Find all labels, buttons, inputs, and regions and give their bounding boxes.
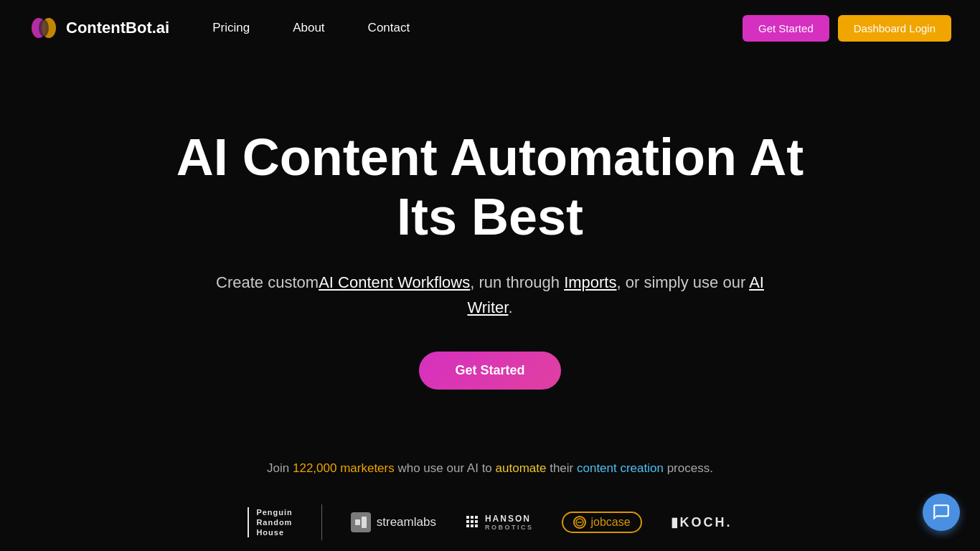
logo-divider-1: [321, 504, 322, 540]
logo[interactable]: ContentBot.ai: [29, 13, 169, 43]
nav-link-pricing[interactable]: Pricing: [212, 21, 250, 35]
navbar: ContentBot.ai Pricing About Contact Get …: [0, 0, 980, 56]
koch-text: ▮KOCH.: [671, 514, 732, 530]
svg-point-2: [39, 19, 49, 37]
jobcase-icon: [573, 516, 586, 529]
svg-rect-13: [475, 524, 478, 527]
svg-rect-9: [471, 520, 473, 523]
social-proof-plain-3: their: [546, 461, 577, 475]
logo-penguin-random-house: Penguin Random House: [248, 507, 292, 538]
streamlabs-text: streamlabs: [377, 515, 436, 529]
svg-rect-3: [355, 519, 360, 525]
logo-streamlabs: streamlabs: [351, 512, 436, 532]
social-proof-highlight-marketers: 122,000 marketers: [293, 461, 395, 475]
svg-rect-4: [362, 517, 367, 528]
hero-subtitle-plain-2: , run through: [470, 273, 564, 291]
hero-subtitle-plain-4: .: [508, 298, 512, 316]
svg-rect-6: [471, 516, 473, 519]
social-proof-plain-1: Join: [267, 461, 293, 475]
hero-section: AI Content Automation At Its Best Create…: [0, 56, 980, 433]
svg-rect-10: [475, 520, 478, 523]
logo-jobcase: jobcase: [562, 512, 641, 533]
hero-subtitle-plain-3: , or simply use our: [616, 273, 749, 291]
svg-rect-5: [466, 516, 469, 519]
social-proof-highlight-automate: automate: [496, 461, 547, 475]
get-started-hero-button[interactable]: Get Started: [419, 352, 560, 390]
hero-subtitle-link-workflows[interactable]: AI Content Workflows: [319, 273, 470, 291]
navbar-left: ContentBot.ai Pricing About Contact: [29, 13, 410, 43]
logo-icon: [29, 13, 59, 43]
social-proof-text: Join 122,000 marketers who use our AI to…: [267, 461, 713, 476]
social-proof-plain-4: process.: [664, 461, 713, 475]
social-proof-section: Join 122,000 marketers who use our AI to…: [0, 433, 980, 551]
hero-subtitle: Create customAI Content Workflows, run t…: [210, 270, 770, 320]
social-proof-highlight-content: content creation: [577, 461, 664, 475]
logo-hanson-robotics: HANSON ROBOTICS: [465, 514, 534, 531]
jobcase-text: jobcase: [590, 516, 630, 529]
chat-icon: [932, 503, 951, 522]
svg-rect-11: [466, 524, 469, 527]
logo-text: ContentBot.ai: [66, 19, 169, 37]
nav-links: Pricing About Contact: [212, 21, 410, 35]
streamlabs-icon: [351, 512, 371, 532]
svg-rect-7: [475, 516, 478, 519]
logo-koch: ▮KOCH.: [671, 514, 732, 530]
nav-link-about[interactable]: About: [293, 21, 324, 35]
hero-subtitle-link-imports[interactable]: Imports: [564, 273, 616, 291]
svg-rect-8: [466, 520, 469, 523]
chat-bubble-button[interactable]: [923, 494, 960, 531]
hero-subtitle-plain-1: Create custom: [216, 273, 319, 291]
navbar-right: Get Started Dashboard Login: [743, 15, 951, 42]
hero-title: AI Content Automation At Its Best: [167, 128, 813, 247]
nav-link-contact[interactable]: Contact: [368, 21, 410, 35]
get-started-nav-button[interactable]: Get Started: [743, 15, 829, 42]
hanson-grid-icon: [465, 514, 481, 530]
brand-logos-row: Penguin Random House streamlabs: [248, 504, 732, 540]
social-proof-plain-2: who use our AI to: [395, 461, 496, 475]
svg-rect-12: [471, 524, 473, 527]
dashboard-login-button[interactable]: Dashboard Login: [838, 15, 951, 42]
